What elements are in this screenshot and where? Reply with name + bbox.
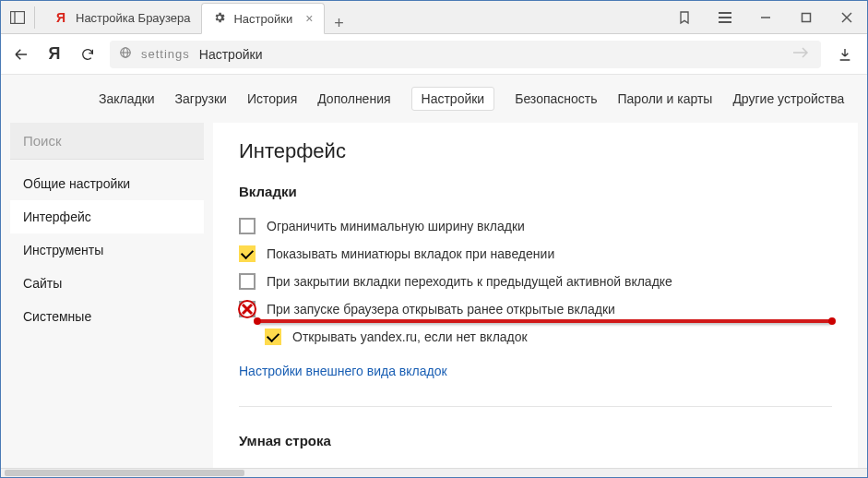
main: Поиск Общие настройкиИнтерфейсИнструмент… (1, 123, 867, 470)
topnav-item-3[interactable]: Дополнения (317, 88, 390, 110)
option-label: Показывать миниатюры вкладок при наведен… (267, 246, 554, 261)
option-row-3: При запуске браузера открывать ранее отк… (239, 295, 832, 323)
option-label: Ограничить минимальную ширину вкладки (267, 219, 525, 233)
minimize-button[interactable] (745, 1, 786, 34)
checkbox[interactable] (239, 273, 256, 290)
tab-label: Настройка Браузера (76, 11, 190, 25)
yandex-icon: Я (54, 10, 68, 25)
checkbox[interactable] (239, 301, 256, 317)
browser-tab-1[interactable]: Настройки × (201, 3, 325, 34)
checkbox[interactable] (265, 329, 281, 345)
site-info-icon (119, 46, 132, 62)
topnav-item-0[interactable]: Закладки (99, 88, 155, 110)
svg-rect-0 (11, 11, 25, 23)
reload-button[interactable] (77, 43, 99, 66)
scrollbar-thumb[interactable] (5, 470, 244, 476)
gear-icon (213, 11, 226, 27)
section-title-tabs: Вкладки (239, 184, 832, 199)
window-controls (664, 1, 867, 33)
option-label: Открывать yandex.ru, если нет вкладок (292, 329, 528, 344)
browser-tab-0[interactable]: Я Настройка Браузера (42, 2, 201, 33)
back-button[interactable] (10, 43, 32, 66)
url-prefix: settings (141, 47, 190, 61)
titlebar: Я Настройка Браузера Настройки × + (1, 1, 867, 34)
maximize-button[interactable] (786, 1, 826, 34)
address-bar: Я settings Настройки (1, 34, 867, 75)
option-row-0: Ограничить минимальную ширину вкладки (239, 212, 832, 240)
sidebar-item-3[interactable]: Сайты (10, 267, 204, 300)
separator (34, 6, 35, 29)
topnav-wrap: ЗакладкиЗагрузкиИсторияДополненияНастрой… (1, 75, 867, 123)
horizontal-scrollbar[interactable] (1, 468, 867, 477)
section-title-smartline: Умная строка (239, 433, 832, 448)
sidebar-item-1[interactable]: Интерфейс (10, 200, 204, 233)
close-tab-icon[interactable]: × (305, 11, 313, 26)
panel-toggle-icon[interactable] (6, 11, 29, 24)
option-label: При закрытии вкладки переходить к предыд… (267, 274, 672, 289)
sidebar-item-4[interactable]: Системные (10, 300, 204, 333)
tab-strip: Я Настройка Браузера Настройки × + (41, 1, 664, 33)
option-row-2: При закрытии вкладки переходить к предыд… (239, 268, 832, 295)
page-heading: Интерфейс (239, 139, 832, 163)
sidebar-item-0[interactable]: Общие настройки (10, 167, 204, 200)
menu-icon[interactable] (705, 1, 745, 34)
topnav-item-4[interactable]: Настройки (411, 87, 495, 111)
section-smart-line: Умная строка (239, 406, 832, 448)
svg-rect-6 (803, 13, 811, 21)
bookmark-icon[interactable] (664, 1, 705, 34)
option-row-4: Открывать yandex.ru, если нет вкладок (239, 323, 832, 351)
search-input[interactable]: Поиск (10, 123, 204, 160)
topnav-item-6[interactable]: Пароли и карты (618, 88, 713, 110)
sidebar-item-2[interactable]: Инструменты (10, 233, 204, 267)
topnav: ЗакладкиЗагрузкиИсторияДополненияНастрой… (1, 75, 867, 123)
new-tab-button[interactable]: + (325, 14, 352, 33)
topnav-item-7[interactable]: Другие устройства (732, 88, 844, 110)
topnav-item-5[interactable]: Безопасность (515, 88, 597, 110)
search-placeholder: Поиск (23, 133, 62, 149)
option-label: При запуске браузера открывать ранее отк… (267, 302, 615, 317)
sidebar: Поиск Общие настройкиИнтерфейсИнструмент… (10, 123, 204, 470)
titlebar-left (1, 1, 41, 33)
checkbox[interactable] (239, 245, 256, 262)
content: Интерфейс Вкладки Ограничить минимальную… (213, 123, 858, 470)
tab-label: Настройки (233, 12, 292, 26)
url-arrow-icon (793, 46, 812, 62)
tab-appearance-link[interactable]: Настройки внешнего вида вкладок (239, 364, 447, 378)
close-window-button[interactable] (826, 1, 867, 34)
url-title: Настройки (199, 47, 263, 62)
yandex-home-button[interactable]: Я (43, 43, 65, 66)
checkbox[interactable] (239, 218, 256, 234)
option-row-1: Показывать миниатюры вкладок при наведен… (239, 240, 832, 268)
url-box[interactable]: settings Настройки (110, 41, 821, 68)
topnav-item-2[interactable]: История (247, 88, 297, 110)
topnav-item-1[interactable]: Загрузки (175, 88, 227, 110)
downloads-button[interactable] (832, 47, 858, 62)
